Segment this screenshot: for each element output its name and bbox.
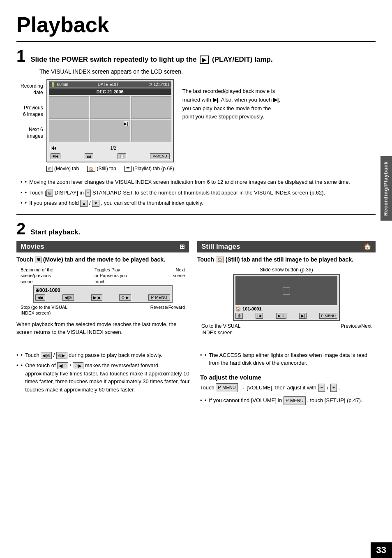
step1-bullet-1: • Moving the zoom lever changes the VISU… [21, 178, 376, 186]
bottom-bullet-1: • Touch ◀|⊙ / ⊙|▶ during pause to play b… [16, 351, 192, 359]
movie-tab-icon: ⊞ [46, 166, 53, 172]
still-fwd-btn: ▶| [299, 313, 307, 319]
next-scene-label: Nextscene [164, 267, 185, 285]
prev-next-label: Previous/Next [341, 323, 371, 336]
arrow-icon: → [239, 384, 247, 391]
divider-2 [16, 214, 376, 215]
movie-header-icon: ⊞ [180, 243, 185, 250]
adjust-volume-heading: To adjust the volume [200, 374, 376, 381]
pb-diagram: Beginning of thescene/previousscene Togg… [16, 267, 189, 316]
pb-play-pause-btn: ▶|■ [91, 294, 102, 301]
pmenu-box-2: P-MENU [284, 396, 305, 405]
still-pmenu: P-MENU [319, 313, 337, 319]
movies-header: Movies ⊞ [16, 241, 189, 252]
lcd-playlist-btn: 📋 [118, 153, 126, 159]
step1-bullets: • Moving the zoom lever changes the VISU… [21, 178, 376, 207]
next-6-label: Next 6images [21, 127, 43, 139]
lcd-bottom-controls: ■|◀ 📷 📋 P-MENU [49, 153, 171, 160]
movies-subheading: Touch ⊞ (Movie) tab and the movie to be … [16, 256, 189, 264]
recording-date-label: Recordingdate [21, 83, 43, 96]
fwd-icon: ⊙|▶ [73, 362, 84, 369]
standard-set-icon: ≡ [85, 190, 91, 197]
still-thumb: □ [235, 276, 337, 305]
bottom-right-bullet-1: • The ACCESS lamp either lights or flash… [200, 351, 376, 367]
still-header-icon: 🏠 [364, 243, 371, 250]
still-controls: 🗑 |◀ ▶|⊙ ▶| P-MENU [235, 313, 337, 319]
still-images-section: Still Images 🏠 Touch 🏠 (Still) tab and t… [197, 241, 376, 341]
step1-bullet-2: • Touch [⊞ DISPLAY] in ≡ STANDARD SET to… [21, 189, 376, 197]
step1-heading: 1 Slide the POWER switch repeatedly to l… [16, 48, 376, 64]
pb-slow-fwd-btn: ⊙|▶ [119, 294, 131, 301]
pmenu-box: P-MENU [216, 383, 238, 392]
movies-box: Movies ⊞ Touch ⊞ (Movie) tab and the mov… [16, 241, 189, 336]
step1-number: 1 [16, 48, 25, 64]
bottom-left-bullets: • Touch ◀|⊙ / ⊙|▶ during pause to play b… [16, 351, 192, 394]
adjust-volume-text: Touch P-MENU → [VOLUME], then adjust it … [200, 383, 376, 392]
lcd-thumb-3 [131, 96, 171, 119]
display-icon: ⊞ [46, 190, 53, 197]
still-prev-btn: |◀ [256, 313, 263, 319]
slow-fwd-icon: ⊙|▶ [56, 352, 67, 359]
minus-btn: − [318, 384, 325, 392]
pb-bottom-labels: Stop (go to the VISUALINDEX screen) Reve… [16, 304, 189, 316]
movie-tab-label: ⊞ (Movie) tab [46, 166, 79, 171]
visual-index-section: Recordingdate Previous6 images Next 6ima… [16, 79, 376, 171]
lcd-stop-btn: ■|◀ [51, 153, 61, 159]
pb-counter: ⊞001-1000 [35, 287, 60, 293]
step1-text: Slide the POWER switch repeatedly to lig… [30, 56, 272, 64]
lcd-thumbnails [49, 96, 171, 142]
play-edit-icon: ▶ [200, 56, 209, 64]
still-label: Still Images [201, 243, 240, 251]
playlist-tab-icon: ☰ [125, 166, 131, 172]
reverse-forward-label: Reverse/Forward [150, 304, 185, 316]
lcd-screen: 🔋60min DATE EDIT ⏱ 12:34:01 DEC 21 2006 [46, 79, 174, 162]
step1-bullet-3: • If you press and hold ▲ / ▼ , you can … [21, 199, 376, 207]
adjust-volume-bullets: • If you cannot find [VOLUME] in P-MENU … [200, 396, 376, 405]
step2-number: 2 [16, 220, 25, 237]
pb-screen-top: ⊞001-1000 [35, 287, 170, 293]
lcd-camera-btn: 📷 [85, 153, 93, 159]
slideshow-label: Slide show button (p.36) [197, 267, 376, 273]
bottom-right-bullets: • The ACCESS lamp either lights or flash… [200, 351, 376, 367]
lcd-thumb-5 [90, 120, 130, 142]
page-title: Playback [16, 12, 376, 37]
lcd-thumb-4 [49, 120, 89, 142]
pb-controls-row: ◀■ ◀|⊙ ▶|■ ⊙|▶ P-MENU [35, 294, 170, 301]
slow-rev-icon: ◀|⊙ [41, 352, 52, 359]
lcd-top-bar: 🔋60min DATE EDIT ⏱ 12:34:01 [49, 81, 171, 88]
pb-screen: ⊞001-1000 ◀■ ◀|⊙ ▶|■ ⊙|▶ P-MENU [33, 285, 173, 303]
bottom-left: • Touch ◀|⊙ / ⊙|▶ during pause to play b… [16, 347, 192, 412]
side-label: Recording/Playback [380, 156, 392, 221]
movies-label: Movies [21, 243, 44, 251]
tab-labels: ⊞ (Movie) tab 🏠 (Still) tab ☰ (Playlist)… [46, 166, 174, 171]
pb-stop-btn: ◀■ [35, 294, 45, 301]
movies-section: Movies ⊞ Touch ⊞ (Movie) tab and the mov… [16, 241, 189, 341]
go-visual-label: Go to the VISUALINDEX screen [201, 323, 240, 336]
bottom-right: • The ACCESS lamp either lights or flash… [200, 347, 376, 412]
still-tab-label: 🏠 (Still) tab [87, 166, 116, 171]
movies-return-note: When playback from the selected movie re… [16, 320, 189, 336]
prev-6-label: Previous6 images [21, 105, 43, 118]
rev-icon: ◀|⊙ [57, 362, 68, 369]
still-bottom-labels: Go to the VISUALINDEX screen Previous/Ne… [197, 323, 376, 336]
lcd-time: ⏱ 12:34:01 [148, 82, 170, 87]
still-subheading: Touch 🏠 (Still) tab and the still image … [197, 256, 376, 264]
lcd-date: DEC 21 2006 [49, 88, 171, 95]
divider-1 [16, 41, 376, 42]
adjust-volume-bullet-1: • If you cannot find [VOLUME] in P-MENU … [200, 396, 376, 405]
step2-text: Start playback. [30, 228, 80, 236]
lcd-date-mode: DATE EDIT [98, 82, 119, 87]
still-box: Still Images 🏠 Touch 🏠 (Still) tab and t… [197, 241, 376, 336]
still-slide-btn: ▶|⊙ [276, 313, 286, 319]
step2-heading: 2 Start playback. [16, 220, 376, 237]
step1-subtitle: The VISUAL INDEX screen appears on the L… [39, 68, 376, 75]
up-arrow-icon: ▲ [80, 200, 88, 207]
lcd-page-bar: ⏮ 1/2 [49, 144, 171, 153]
still-header: Still Images 🏠 [197, 241, 376, 252]
lcd-thumb-6 [131, 120, 171, 142]
lcd-pmenu: P-MENU [150, 153, 170, 159]
clock-icon: ⏱ [148, 82, 152, 87]
bottom-bullet-2: • One touch of ◀|⊙ / ⊙|▶ makes the rever… [16, 361, 192, 394]
page-number: 33 [371, 542, 392, 558]
pb-pmenu: P-MENU [148, 294, 170, 301]
